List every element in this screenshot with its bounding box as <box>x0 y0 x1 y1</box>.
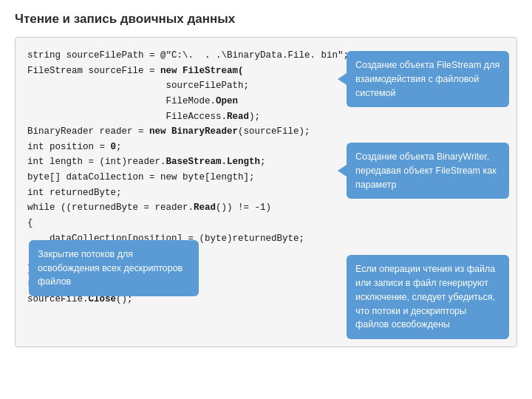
bubble-exception: Если операции чтения из файла или записи… <box>347 255 509 339</box>
bubble-filestream: Создание объекта FileStream для взаимоде… <box>347 51 509 107</box>
arrow-left-1 <box>338 73 347 85</box>
code-box: string sourceFilePath = @"C:\. . .\Binar… <box>15 37 517 347</box>
bubble-close-streams: Закрытие потоков для освобождения всех д… <box>29 240 199 296</box>
content-area: string sourceFilePath = @"C:\. . .\Binar… <box>15 37 517 347</box>
page: Чтение и запись двоичных данных string s… <box>0 0 532 399</box>
arrow-left-2 <box>338 165 347 177</box>
bubble-binarywriter: Создание объекта BinaryWriter, передавая… <box>347 143 509 199</box>
page-title: Чтение и запись двоичных данных <box>15 12 517 27</box>
